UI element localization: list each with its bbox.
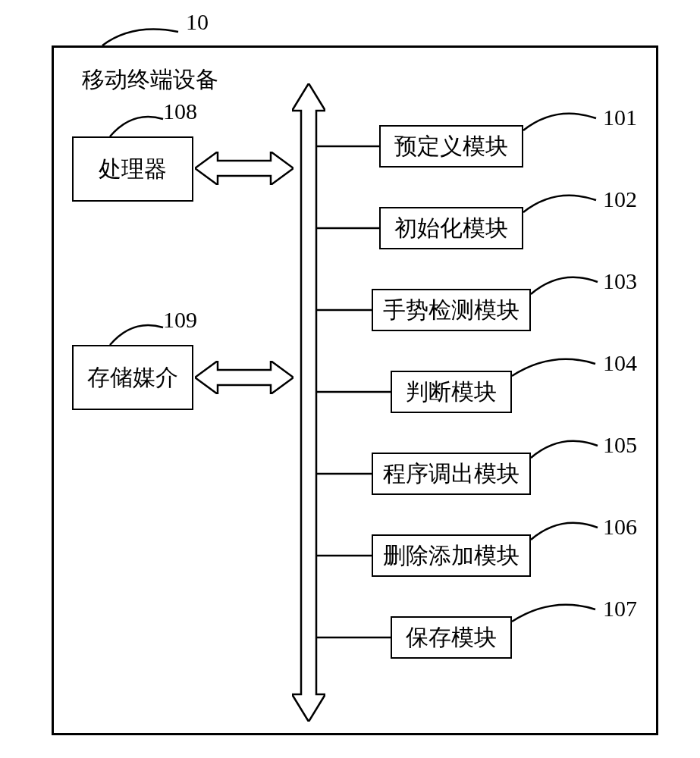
module-num-104: 104 (603, 350, 637, 376)
h-arrow-storage (195, 361, 293, 394)
leader-curve-102 (522, 188, 598, 218)
module-text-102: 初始化模块 (394, 213, 508, 244)
leader-curve-107 (510, 597, 597, 628)
module-text-104: 判断模块 (406, 377, 497, 408)
storage-text: 存储媒介 (87, 362, 178, 393)
module-text-103: 手势检测模块 (383, 295, 520, 326)
module-box-105: 程序调出模块 (372, 453, 531, 495)
svg-marker-1 (195, 152, 293, 185)
module-box-101: 预定义模块 (379, 125, 523, 168)
module-text-105: 程序调出模块 (383, 459, 520, 490)
module-num-101: 101 (603, 105, 637, 130)
leader-curve-106 (529, 515, 599, 546)
module-num-106: 106 (603, 514, 637, 540)
module-box-104: 判断模块 (391, 371, 512, 413)
module-box-103: 手势检测模块 (372, 289, 531, 331)
module-box-107: 保存模块 (391, 616, 512, 659)
svg-marker-0 (292, 83, 325, 722)
processor-num: 108 (163, 99, 197, 124)
svg-marker-2 (195, 361, 293, 394)
leader-curve-103 (529, 270, 599, 300)
processor-box: 处理器 (72, 136, 193, 202)
processor-text: 处理器 (99, 154, 167, 185)
module-num-107: 107 (603, 596, 637, 622)
storage-num: 109 (163, 307, 197, 333)
leader-curve-105 (529, 434, 599, 464)
module-text-106: 删除添加模块 (383, 540, 520, 572)
connector-101 (316, 144, 379, 149)
module-num-105: 105 (603, 432, 637, 458)
leader-curve-104 (510, 352, 597, 382)
label-10: 10 (186, 9, 209, 35)
bus-vertical-arrow (292, 83, 325, 722)
storage-box: 存储媒介 (72, 345, 193, 410)
leader-curve-101 (522, 106, 598, 136)
module-box-102: 初始化模块 (379, 207, 523, 249)
diagram-canvas: 10 移动终端设备 处理器 108 存储媒介 109 预定义模块 101 (0, 0, 700, 758)
connector-106 (316, 553, 372, 558)
module-box-106: 删除添加模块 (372, 534, 531, 577)
module-text-107: 保存模块 (406, 622, 497, 653)
module-num-103: 103 (603, 268, 637, 294)
connector-102 (316, 226, 379, 230)
connector-103 (316, 308, 372, 312)
leader-curve-109 (106, 318, 167, 349)
connector-105 (316, 471, 372, 476)
connector-104 (316, 390, 391, 394)
device-title: 移动终端设备 (82, 64, 218, 96)
connector-107 (316, 635, 391, 640)
module-text-101: 预定义模块 (394, 131, 508, 162)
leader-curve-108 (106, 110, 167, 140)
module-num-102: 102 (603, 186, 637, 212)
h-arrow-processor (195, 152, 293, 185)
